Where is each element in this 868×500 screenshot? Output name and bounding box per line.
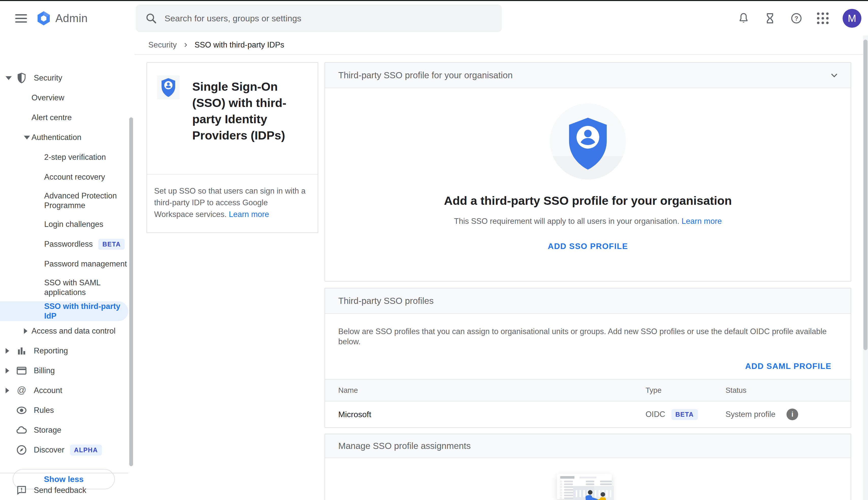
add-sso-profile-button[interactable]: ADD SSO PROFILE <box>542 238 634 254</box>
assignments-illustration <box>550 474 626 500</box>
send-feedback-button[interactable]: Send feedback <box>0 481 128 500</box>
help-icon[interactable]: ? <box>790 12 803 25</box>
apps-grid-icon[interactable] <box>816 12 830 25</box>
sidebar-item-label: Storage <box>34 425 61 435</box>
sidebar-item-access-and-data-control[interactable]: Access and data control <box>0 321 128 341</box>
sidebar-item-label: Overview <box>32 93 64 103</box>
sidebar-item-label: Reporting <box>34 346 68 356</box>
menu-icon[interactable] <box>7 14 35 23</box>
sidebar-item-label: Discover <box>34 445 65 455</box>
sidebar-divider <box>0 473 128 473</box>
tasks-hourglass-icon[interactable] <box>763 12 777 25</box>
breadcrumb-security-link[interactable]: Security <box>148 41 177 49</box>
sidebar-item-authentication[interactable]: Authentication <box>0 127 128 147</box>
sidebar-nav: SecurityOverviewAlert centreAuthenticati… <box>0 36 135 500</box>
sidebar-item-overview[interactable]: Overview <box>0 88 128 108</box>
sidebar-item-security[interactable]: Security <box>0 68 128 88</box>
profile-status: System profile <box>726 410 775 419</box>
sidebar-item-account[interactable]: @Account <box>0 380 128 400</box>
shield-illustration <box>550 103 626 180</box>
empty-state-description: This SSO requirement will apply to all u… <box>454 217 722 226</box>
sidebar-item-rules[interactable]: Rules <box>0 400 128 420</box>
manage-assignments-card-header: Manage SSO profile assignments <box>325 434 851 458</box>
settings-cards: Third-party SSO profile for your organis… <box>325 62 851 500</box>
sidebar-item-label: 2-step verification <box>44 152 106 162</box>
sso-profiles-card-title: Third-party SSO profiles <box>338 296 433 306</box>
illustration-person-yellow <box>600 492 606 500</box>
sidebar-item-label: Login challenges <box>44 219 103 229</box>
sidebar-item-alert-centre[interactable]: Alert centre <box>0 108 128 127</box>
sso-learn-more-link[interactable]: Learn more <box>682 217 722 226</box>
manage-assignments-card-title: Manage SSO profile assignments <box>338 441 471 451</box>
sidebar-item-advanced-protection-programme[interactable]: Advanced Protection Programme <box>0 187 128 214</box>
account-avatar[interactable]: M <box>843 9 861 28</box>
column-name: Name <box>338 386 646 395</box>
sidebar-item-login-challenges[interactable]: Login challenges <box>0 214 128 234</box>
at-sign-icon: @ <box>16 385 27 396</box>
sso-profiles-description: Below are SSO profiles that you can assi… <box>325 314 851 347</box>
info-icon[interactable]: i <box>786 409 798 420</box>
column-type: Type <box>646 386 726 395</box>
sidebar-item-label: Advanced Protection Programme <box>44 191 120 211</box>
add-saml-profile-button[interactable]: ADD SAML PROFILE <box>739 358 837 375</box>
caret-right-icon <box>5 368 9 374</box>
beta-badge: BETA <box>671 409 698 420</box>
profile-table-row[interactable]: MicrosoftOIDCBETASystem profilei <box>325 401 851 427</box>
sso-overview-card: Single Sign-On (SSO) with third-party Id… <box>147 62 318 233</box>
google-admin-logo[interactable]: Admin <box>36 10 88 26</box>
sidebar-item-reporting[interactable]: Reporting <box>0 341 128 361</box>
app-title: Admin <box>55 12 88 25</box>
caret-right-icon <box>24 328 27 334</box>
sidebar-item-billing[interactable]: Billing <box>0 361 128 380</box>
sidebar-item-discover[interactable]: DiscoverALPHA <box>0 440 128 460</box>
profiles-table-header: Name Type Status <box>325 379 851 401</box>
bar-chart-icon <box>16 345 27 357</box>
search-input[interactable] <box>164 13 469 23</box>
caret-down-icon <box>24 136 30 139</box>
illustration-person-blue <box>586 490 592 500</box>
svg-text:@: @ <box>17 385 26 395</box>
profile-name: Microsoft <box>338 410 646 419</box>
send-feedback-label: Send feedback <box>34 486 86 495</box>
sidebar-scrollbar[interactable] <box>129 117 133 466</box>
compass-icon <box>16 444 27 456</box>
collapse-chevron-down-icon[interactable] <box>829 69 840 81</box>
sidebar-item-label: Billing <box>34 366 55 375</box>
breadcrumb-current: SSO with third-party IDPs <box>195 41 284 49</box>
sidebar-item-sso-with-saml-applications[interactable]: SSO with SAML applications <box>0 274 128 301</box>
notifications-bell-icon[interactable] <box>737 12 750 25</box>
sidebar-item-label: Password management <box>44 259 127 269</box>
rules-icon <box>16 405 27 416</box>
empty-state-title: Add a third-party SSO profile for your o… <box>444 194 732 207</box>
topbar-actions: ? M <box>737 1 861 36</box>
sidebar-item-label: Security <box>34 73 62 83</box>
sso-profile-card: Third-party SSO profile for your organis… <box>325 62 851 282</box>
sso-profiles-card: Third-party SSO profiles Below are SSO p… <box>325 288 851 428</box>
sso-shield-icon <box>157 76 180 99</box>
manage-assignments-card: Manage SSO profile assignments <box>325 434 851 500</box>
sso-profile-card-title: Third-party SSO profile for your organis… <box>338 70 513 80</box>
empty-state-description-text: This SSO requirement will apply to all u… <box>454 217 682 226</box>
badge: ALPHA <box>70 445 102 456</box>
sidebar-item-account-recovery[interactable]: Account recovery <box>0 167 128 187</box>
sidebar-item-label: Account recovery <box>44 172 105 182</box>
top-app-bar: Admin ? M <box>0 1 868 36</box>
overview-learn-more-link[interactable]: Learn more <box>229 210 269 219</box>
breadcrumb: Security SSO with third-party IDPs <box>135 36 868 55</box>
sso-profile-card-header[interactable]: Third-party SSO profile for your organis… <box>325 63 851 88</box>
svg-text:?: ? <box>795 15 798 22</box>
page-scrollbar[interactable] <box>863 36 868 500</box>
sidebar-item-sso-with-third-party-idp[interactable]: SSO with third-party IdP <box>0 301 128 321</box>
sidebar-item-2-step-verification[interactable]: 2-step verification <box>0 147 128 167</box>
sidebar-item-storage[interactable]: Storage <box>0 420 128 440</box>
search-icon <box>145 12 158 25</box>
sidebar-item-label: Alert centre <box>32 113 72 123</box>
sidebar-item-passwordless[interactable]: PasswordlessBETA <box>0 234 128 254</box>
sidebar-item-password-management[interactable]: Password management <box>0 254 128 274</box>
page-scrollbar-thumb[interactable] <box>864 39 868 350</box>
sidebar-item-label: Rules <box>34 406 54 415</box>
shield-icon <box>16 72 27 84</box>
column-status: Status <box>726 386 851 395</box>
overview-description: Set up SSO so that users can sign in wit… <box>147 174 318 232</box>
admin-search-bar[interactable] <box>136 4 502 32</box>
